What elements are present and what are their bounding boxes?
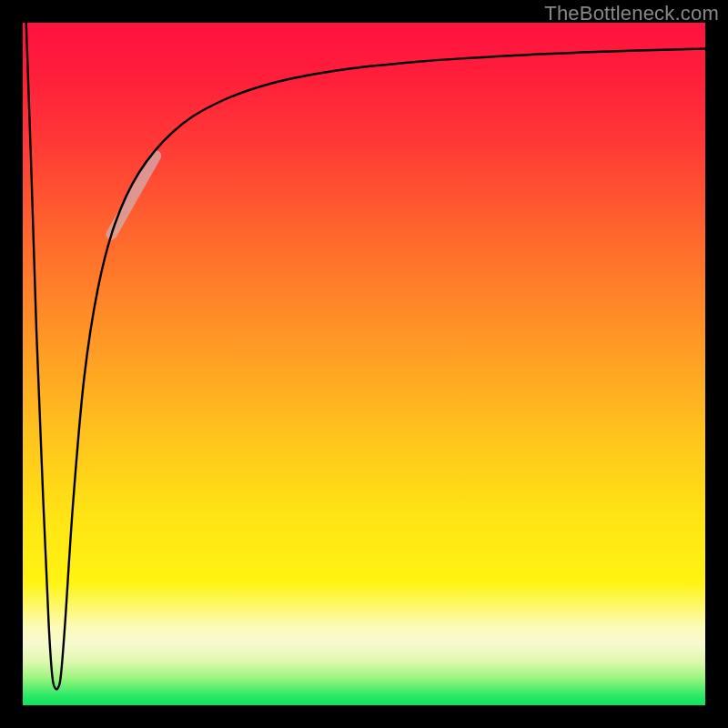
highlight-segment bbox=[112, 156, 157, 234]
curve-layer bbox=[23, 23, 705, 705]
bottleneck-curve bbox=[26, 23, 705, 689]
plot-area bbox=[23, 23, 705, 705]
chart-frame: TheBottleneck.com bbox=[0, 0, 728, 728]
